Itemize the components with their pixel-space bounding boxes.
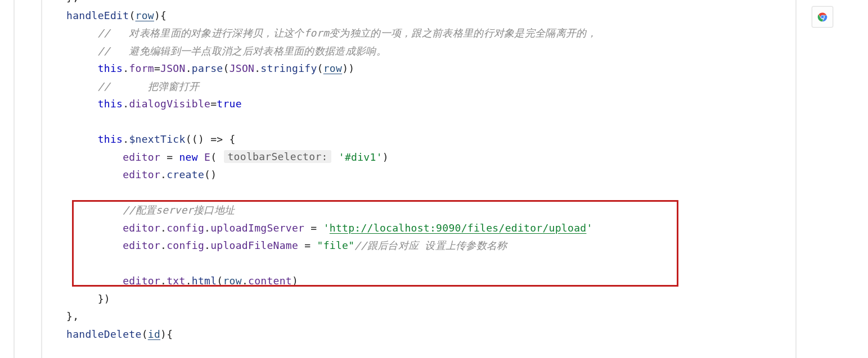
code-token: (: [129, 10, 135, 21]
property: uploadFileName: [210, 239, 298, 251]
code-token: =: [210, 98, 217, 110]
keyword: this: [98, 133, 123, 145]
comment: // 避免编辑到一半点取消之后对表格里面的数据造成影响。: [98, 45, 386, 57]
code-token: .: [160, 169, 167, 180]
code-token: (: [317, 62, 323, 74]
open-in-chrome-button[interactable]: [812, 6, 833, 28]
method: parse: [192, 62, 223, 74]
code-token: ){: [160, 328, 173, 340]
method: create: [167, 169, 204, 180]
string: ': [323, 222, 330, 234]
code-token: ): [383, 151, 389, 163]
left-guide-2: [41, 0, 42, 358]
property: content: [248, 275, 292, 287]
identifier: editor: [123, 222, 160, 234]
keyword: this: [98, 98, 123, 110]
space: [198, 151, 204, 163]
property: txt: [167, 275, 185, 287]
method: $nextTick: [129, 133, 185, 145]
identifier: editor: [123, 169, 160, 180]
property: dialogVisible: [129, 98, 210, 110]
left-guide-1: [14, 0, 15, 358]
comment: // 把弹窗打开: [98, 80, 200, 92]
identifier: editor: [123, 275, 160, 287]
code-token: =: [154, 62, 160, 74]
code-token: (: [223, 62, 229, 74]
comment: // 对表格里面的对象进行深拷贝，让这个form变为独立的一项，跟之前表格里的行…: [98, 27, 597, 39]
param-ref: row: [323, 62, 342, 74]
code-token: .: [160, 275, 167, 287]
code-token: },: [66, 0, 79, 3]
code-token: ): [292, 275, 298, 287]
code-token: .: [123, 98, 129, 110]
code-token: ){: [154, 10, 167, 21]
code-token: .: [242, 275, 248, 287]
space: [332, 151, 339, 163]
method-name: handleDelete: [66, 328, 142, 340]
comment: //配置server接口地址: [123, 204, 235, 216]
url-string: http://localhost:9090/files/editor/uploa…: [330, 222, 587, 234]
chrome-icon: [817, 11, 828, 22]
identifier: E: [204, 151, 210, 163]
property: uploadImgServer: [210, 222, 304, 234]
code-token: }): [98, 293, 110, 305]
right-guide: [795, 0, 797, 358]
svg-point-3: [821, 16, 824, 19]
method: stringify: [260, 62, 317, 74]
code-token: .: [123, 62, 129, 74]
code-token: .: [204, 222, 210, 234]
property: config: [167, 239, 204, 251]
code-token: .: [186, 62, 192, 74]
keyword: this: [98, 62, 123, 74]
code-token: .: [123, 133, 129, 145]
method: html: [192, 275, 217, 287]
code-token: },: [66, 310, 79, 322]
code-token: =: [298, 239, 317, 251]
keyword: new: [179, 151, 197, 163]
keyword: true: [217, 98, 242, 110]
code-token: )): [342, 62, 354, 74]
code-token: (: [142, 328, 148, 340]
comment: //跟后台对应 设置上传参数名称: [354, 239, 507, 251]
param-ref: row: [223, 275, 241, 287]
code-block[interactable]: }, handleEdit(row){ // 对表格里面的对象进行深拷贝，让这个…: [66, 0, 597, 343]
code-token: .: [160, 239, 167, 251]
string: "file": [317, 239, 355, 251]
code-token: =: [304, 222, 323, 234]
method-name: handleEdit: [66, 10, 129, 21]
property: config: [167, 222, 204, 234]
property: form: [129, 62, 154, 74]
identifier: editor: [123, 239, 160, 251]
string: ': [586, 222, 592, 234]
code-token: =: [160, 151, 179, 163]
code-token: .: [160, 222, 167, 234]
code-token: .: [186, 275, 192, 287]
code-token: (: [217, 275, 223, 287]
identifier: JSON: [160, 62, 186, 74]
code-token: (: [210, 151, 223, 163]
param: row: [136, 10, 154, 21]
code-token: .: [254, 62, 260, 74]
code-token: (() => {: [186, 133, 236, 145]
identifier: JSON: [230, 62, 255, 74]
identifier: editor: [123, 151, 160, 163]
string: '#div1': [339, 151, 383, 163]
param: id: [148, 328, 160, 340]
editor-viewport: }, handleEdit(row){ // 对表格里面的对象进行深拷贝，让这个…: [0, 0, 868, 358]
inlay-hint: toolbarSelector:: [224, 150, 331, 163]
code-token: (): [204, 169, 217, 180]
code-token: .: [204, 239, 210, 251]
